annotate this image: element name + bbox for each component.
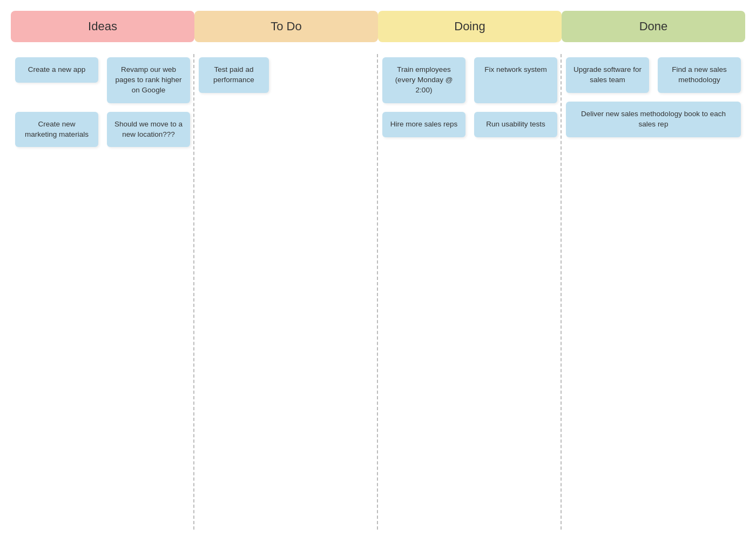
column-header-ideas: Ideas bbox=[11, 11, 194, 42]
cards-area-ideas: Create a new app Revamp our web pages to… bbox=[11, 53, 194, 151]
card-doing-1[interactable]: Train employees (every Monday @ 2:00) bbox=[382, 57, 465, 103]
card-ideas-2[interactable]: Revamp our web pages to rank higher on G… bbox=[107, 57, 190, 103]
column-title-ideas: Ideas bbox=[88, 19, 117, 33]
card-text: Run usability tests bbox=[486, 120, 545, 128]
card-doing-2[interactable]: Fix network system bbox=[474, 57, 557, 103]
column-title-done: Done bbox=[639, 19, 668, 33]
card-todo-1[interactable]: Test paid ad performance bbox=[199, 57, 269, 93]
card-text: Should we move to a new location??? bbox=[114, 120, 183, 138]
card-done-3[interactable]: Deliver new sales methodology book to ea… bbox=[566, 102, 741, 137]
card-text: Find a new sales methodology bbox=[672, 65, 726, 84]
cards-area-todo: Test paid ad performance bbox=[194, 53, 378, 97]
card-text: Hire more sales reps bbox=[390, 120, 458, 128]
column-title-doing: Doing bbox=[454, 19, 485, 33]
cards-area-doing: Train employees (every Monday @ 2:00) Fi… bbox=[378, 53, 562, 142]
column-title-todo: To Do bbox=[271, 19, 301, 33]
column-done: Done Upgrade software for sales team Fin… bbox=[562, 11, 745, 530]
card-text: Deliver new sales methodology book to ea… bbox=[581, 110, 726, 128]
card-text: Revamp our web pages to rank higher on G… bbox=[115, 65, 181, 94]
column-header-todo: To Do bbox=[194, 11, 378, 42]
kanban-board: Ideas Create a new app Revamp our web pa… bbox=[11, 11, 745, 530]
column-header-doing: Doing bbox=[378, 11, 562, 42]
column-header-done: Done bbox=[562, 11, 745, 42]
card-doing-3[interactable]: Hire more sales reps bbox=[382, 112, 465, 137]
card-text: Test paid ad performance bbox=[213, 65, 254, 84]
card-done-1[interactable]: Upgrade software for sales team bbox=[566, 57, 649, 93]
card-ideas-1[interactable]: Create a new app bbox=[15, 57, 98, 83]
card-text: Train employees (every Monday @ 2:00) bbox=[395, 65, 453, 94]
column-ideas: Ideas Create a new app Revamp our web pa… bbox=[11, 11, 194, 530]
card-text: Fix network system bbox=[484, 65, 547, 73]
card-doing-4[interactable]: Run usability tests bbox=[474, 112, 557, 137]
card-text: Upgrade software for sales team bbox=[573, 65, 642, 84]
card-text: Create new marketing materials bbox=[25, 120, 89, 138]
column-doing: Doing Train employees (every Monday @ 2:… bbox=[378, 11, 562, 530]
card-done-2[interactable]: Find a new sales methodology bbox=[658, 57, 741, 93]
card-ideas-4[interactable]: Should we move to a new location??? bbox=[107, 112, 190, 148]
card-ideas-3[interactable]: Create new marketing materials bbox=[15, 112, 98, 148]
cards-area-done: Upgrade software for sales team Find a n… bbox=[562, 53, 745, 142]
card-text: Create a new app bbox=[28, 65, 86, 73]
column-todo: To Do Test paid ad performance bbox=[194, 11, 378, 530]
